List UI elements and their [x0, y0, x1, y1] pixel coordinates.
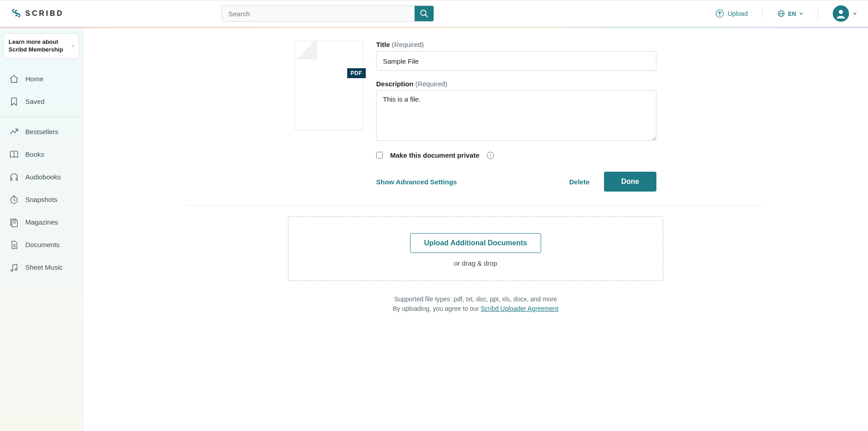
support-text: Supported file types: pdf, txt, doc, ppt…: [186, 295, 765, 314]
sheetmusic-icon: [9, 262, 19, 272]
search-icon: [420, 9, 429, 18]
svg-point-16: [15, 268, 17, 270]
sidebar-separator: [0, 117, 83, 117]
search-bar: [222, 5, 434, 22]
svg-point-15: [11, 269, 13, 271]
upload-additional-button[interactable]: Upload Additional Documents: [410, 233, 541, 253]
sidebar-item-label: Bestsellers: [25, 128, 58, 136]
search-button[interactable]: [415, 6, 434, 21]
sidebar-item-home[interactable]: Home: [0, 68, 83, 90]
snapshots-icon: [9, 195, 19, 205]
sidebar-item-bestsellers[interactable]: Bestsellers: [0, 121, 83, 143]
sidebar-item-books[interactable]: Books: [0, 143, 83, 166]
sidebar-item-label: Sheet Music: [25, 263, 63, 271]
description-input[interactable]: This is a file.: [376, 90, 656, 141]
file-type-badge: PDF: [347, 68, 366, 78]
sidebar-item-magazines[interactable]: Magazines: [0, 211, 83, 234]
saved-icon: [9, 97, 19, 107]
action-row: Show Advanced Settings Delete Done: [376, 172, 656, 192]
page-fold-icon: [295, 41, 317, 59]
upload-label: Upload: [728, 10, 748, 17]
sidebar: Learn more about Scribd Membership HomeS…: [0, 28, 83, 431]
sidebar-item-audiobooks[interactable]: Audiobooks: [0, 166, 83, 188]
user-icon: [836, 9, 846, 19]
svg-point-6: [839, 10, 843, 14]
delete-button[interactable]: Delete: [569, 178, 590, 186]
bestsellers-icon: [9, 127, 19, 137]
documents-icon: [9, 240, 19, 250]
scribd-logo-icon: [11, 8, 22, 20]
main-content: PDF Title (Required) Description (Requir…: [83, 28, 868, 431]
header: SCRIBD Upload EN: [0, 0, 868, 27]
form-fields: Title (Required) Description (Required) …: [376, 41, 656, 192]
sidebar-item-documents[interactable]: Documents: [0, 234, 83, 256]
globe-icon: [777, 9, 785, 18]
done-button[interactable]: Done: [604, 172, 656, 192]
brand-text: SCRIBD: [25, 9, 64, 18]
uploader-agreement-link[interactable]: Scribd Uploader Agreement: [481, 305, 558, 312]
user-menu[interactable]: [833, 5, 857, 22]
sidebar-item-sheetmusic[interactable]: Sheet Music: [0, 256, 83, 279]
chevron-down-icon: [799, 11, 803, 16]
description-label: Description (Required): [376, 80, 656, 88]
sidebar-item-label: Home: [25, 75, 43, 83]
sidebar-item-label: Books: [25, 150, 44, 158]
separator: [762, 8, 763, 19]
books-icon: [9, 150, 19, 159]
svg-line-1: [425, 15, 428, 17]
home-icon: [9, 74, 19, 84]
chevron-right-icon: [72, 43, 74, 49]
separator: [818, 8, 818, 19]
sidebar-item-label: Saved: [25, 98, 45, 105]
svg-rect-9: [12, 220, 17, 227]
chevron-down-icon: [853, 11, 857, 16]
upload-link[interactable]: Upload: [715, 9, 748, 18]
search-input[interactable]: [222, 6, 415, 21]
sidebar-item-snapshots[interactable]: Snapshots: [0, 188, 83, 211]
upload-icon: [715, 9, 724, 18]
sidebar-item-label: Audiobooks: [25, 173, 61, 181]
membership-card[interactable]: Learn more about Scribd Membership: [4, 33, 79, 59]
avatar: [833, 5, 849, 22]
membership-text: Learn more about Scribd Membership: [9, 38, 72, 54]
magazines-icon: [9, 217, 19, 227]
language-label: EN: [788, 10, 796, 17]
sidebar-item-saved[interactable]: Saved: [0, 90, 83, 113]
title-input[interactable]: [376, 51, 656, 71]
private-checkbox-row: Make this document private i: [376, 151, 656, 159]
file-preview: PDF: [295, 41, 363, 130]
upload-form: PDF Title (Required) Description (Requir…: [186, 28, 765, 206]
audiobooks-icon: [9, 172, 19, 182]
brand-logo[interactable]: SCRIBD: [11, 8, 92, 20]
dropzone[interactable]: Upload Additional Documents or drag & dr…: [288, 216, 663, 281]
info-icon[interactable]: i: [487, 152, 494, 159]
accent-bar: [0, 27, 868, 28]
language-selector[interactable]: EN: [777, 9, 803, 18]
drag-drop-text: or drag & drop: [288, 259, 663, 267]
sidebar-item-label: Documents: [25, 241, 60, 248]
private-label[interactable]: Make this document private: [390, 151, 480, 159]
title-label: Title (Required): [376, 41, 656, 48]
sidebar-item-label: Magazines: [25, 218, 58, 226]
advanced-settings-link[interactable]: Show Advanced Settings: [376, 178, 457, 186]
private-checkbox[interactable]: [376, 152, 383, 159]
sidebar-item-label: Snapshots: [25, 196, 57, 203]
dropzone-section: Upload Additional Documents or drag & dr…: [186, 206, 765, 332]
